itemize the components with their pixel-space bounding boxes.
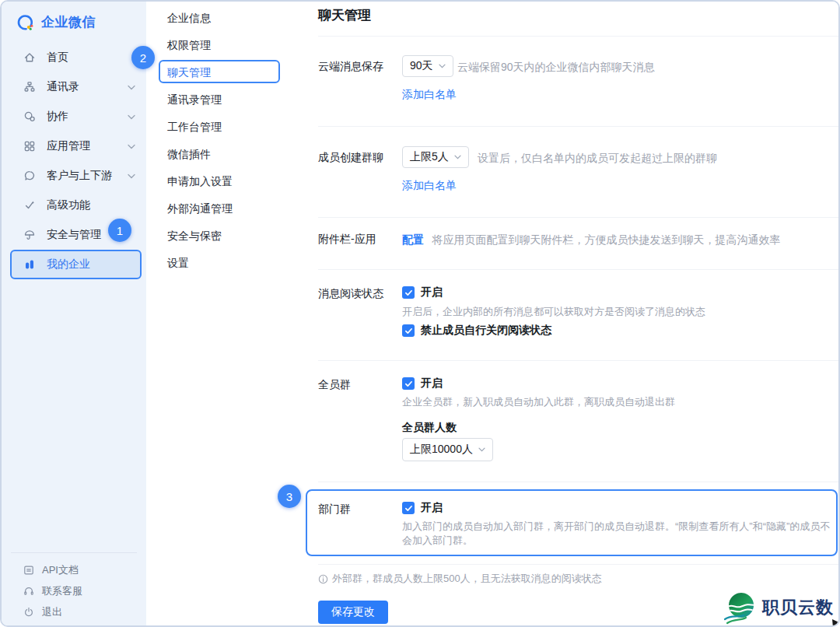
contacts-icon bbox=[23, 81, 36, 93]
sidebar-item-app-management[interactable]: 应用管理 bbox=[2, 131, 146, 161]
submenu-item-chat-management[interactable]: 聊天管理 bbox=[146, 59, 305, 86]
sidebar-item-label: 协作 bbox=[47, 110, 68, 124]
all-staff-toggle-label: 开启 bbox=[421, 377, 443, 391]
sidebar-item-collaboration[interactable]: 协作 bbox=[2, 102, 146, 131]
watermark: 职贝云数 bbox=[723, 590, 834, 625]
checkbox-checked-icon[interactable] bbox=[402, 502, 415, 514]
divider bbox=[318, 360, 838, 361]
external-group-footnote: 外部群，群成员人数上限500人，且无法获取消息的阅读状态 bbox=[332, 572, 602, 586]
divider bbox=[318, 564, 838, 565]
all-staff-checkbox-row[interactable]: 开启 bbox=[402, 377, 443, 391]
divider bbox=[318, 126, 838, 127]
submenu-item-workbench[interactable]: 工作台管理 bbox=[146, 114, 305, 141]
chevron-down-icon bbox=[454, 155, 461, 159]
cloud-save-value: 90天 bbox=[410, 59, 433, 73]
sidebar-item-label: 客户与上下游 bbox=[47, 169, 112, 183]
read-status-sub-toggle-label: 禁止成员自行关闭阅读状态 bbox=[421, 324, 551, 338]
save-button[interactable]: 保存更改 bbox=[318, 601, 388, 624]
sidebar-item-label: 通讯录 bbox=[47, 80, 79, 94]
department-group-toggle-label: 开启 bbox=[421, 501, 443, 515]
divider bbox=[318, 217, 838, 218]
submenu-item-contacts-management[interactable]: 通讯录管理 bbox=[146, 86, 305, 114]
read-status-sub-checkbox-row[interactable]: 禁止成员自行关闭阅读状态 bbox=[402, 324, 551, 338]
sidebar-item-api-docs[interactable]: API文档 bbox=[2, 559, 146, 580]
api-doc-icon bbox=[23, 565, 34, 576]
all-staff-count-value: 上限10000人 bbox=[410, 443, 473, 457]
submenu-item-security-privacy[interactable]: 安全与保密 bbox=[146, 222, 305, 250]
chevron-down-icon bbox=[478, 447, 485, 452]
advanced-icon bbox=[23, 199, 36, 212]
annotation-badge-2: 2 bbox=[131, 46, 155, 69]
cloud-save-select[interactable]: 90天 bbox=[402, 55, 453, 77]
cloud-save-desc: 云端保留90天内的企业微信内部聊天消息 bbox=[457, 61, 655, 75]
annotation-badge-1: 1 bbox=[108, 219, 131, 242]
member-group-desc: 设置后，仅白名单内的成员可发起超过上限的群聊 bbox=[478, 152, 717, 166]
cloud-save-label: 云端消息保存 bbox=[318, 60, 383, 74]
wecom-logo-icon bbox=[16, 12, 36, 33]
sidebar-item-label: 首页 bbox=[47, 51, 68, 65]
cloud-save-whitelist-link[interactable]: 添加白名单 bbox=[402, 88, 457, 102]
checkbox-checked-icon[interactable] bbox=[402, 324, 415, 337]
chevron-down-icon bbox=[128, 85, 135, 90]
security-icon bbox=[23, 229, 36, 241]
submenu-item-company-info[interactable]: 企业信息 bbox=[146, 5, 305, 32]
sidebar-item-my-company[interactable]: 我的企业 bbox=[10, 250, 142, 279]
all-staff-desc: 企业全员群，新入职成员自动加入此群，离职成员自动退出群 bbox=[402, 395, 675, 409]
divider bbox=[318, 36, 838, 37]
divider bbox=[318, 269, 838, 270]
checkbox-checked-icon[interactable] bbox=[402, 377, 415, 390]
sidebar-item-contact-support[interactable]: 联系客服 bbox=[2, 580, 146, 601]
member-group-value: 上限5人 bbox=[410, 150, 449, 164]
read-status-label: 消息阅读状态 bbox=[318, 287, 383, 301]
sidebar-item-customers[interactable]: 客户与上下游 bbox=[2, 161, 146, 191]
collab-icon bbox=[23, 110, 36, 123]
divider bbox=[318, 482, 838, 482]
logout-icon bbox=[23, 607, 34, 618]
brand-logo: 企业微信 bbox=[2, 2, 146, 43]
apps-icon bbox=[23, 140, 36, 152]
chevron-down-icon bbox=[128, 144, 135, 149]
department-group-checkbox-row[interactable]: 开启 bbox=[402, 501, 443, 515]
sidebar-item-label: 我的企业 bbox=[47, 257, 90, 271]
watermark-text: 职贝云数 bbox=[762, 596, 834, 619]
submenu-item-settings[interactable]: 设置 bbox=[146, 250, 305, 277]
app-window: 企业微信 首页 通讯录 bbox=[0, 0, 840, 627]
annotation-badge-3: 3 bbox=[278, 485, 301, 508]
chevron-down-icon bbox=[128, 173, 135, 179]
sidebar-item-logout[interactable]: 退出 bbox=[2, 601, 146, 622]
submenu-item-join-settings[interactable]: 申请加入设置 bbox=[146, 168, 305, 195]
all-staff-count-select[interactable]: 上限10000人 bbox=[402, 438, 493, 461]
department-group-label: 部门群 bbox=[318, 503, 351, 517]
footer-item-label: 联系客服 bbox=[42, 584, 82, 598]
sidebar-item-label: 高级功能 bbox=[47, 198, 90, 212]
sidebar-item-advanced[interactable]: 高级功能 bbox=[2, 191, 146, 220]
all-staff-label: 全员群 bbox=[318, 378, 351, 392]
brand-name: 企业微信 bbox=[41, 13, 96, 31]
info-icon bbox=[318, 574, 328, 584]
read-status-desc: 开启后，企业内部的所有消息都可以获取对方是否阅读了消息的状态 bbox=[402, 305, 705, 319]
mouse-cursor bbox=[832, 619, 840, 627]
department-group-desc: 加入部门的成员自动加入部门群，离开部门的成员自动退群。“限制查看所有人”和“隐藏… bbox=[402, 520, 838, 548]
checkbox-checked-icon[interactable] bbox=[402, 286, 415, 299]
member-group-label: 成员创建群聊 bbox=[318, 151, 383, 165]
sidebar-item-label: 安全与管理 bbox=[47, 228, 101, 242]
sidebar-item-home[interactable]: 首页 bbox=[2, 43, 146, 72]
sidebar-item-contacts[interactable]: 通讯录 bbox=[2, 72, 146, 102]
chevron-down-icon bbox=[439, 64, 446, 68]
footer-item-label: API文档 bbox=[42, 563, 79, 577]
sidebar-footer: API文档 联系客服 退出 bbox=[2, 552, 146, 622]
submenu-item-permission[interactable]: 权限管理 bbox=[146, 32, 305, 59]
support-icon bbox=[23, 586, 34, 597]
read-status-toggle-label: 开启 bbox=[421, 285, 443, 299]
watermark-logo-icon bbox=[723, 590, 759, 625]
all-staff-count-label: 全员群人数 bbox=[402, 421, 457, 435]
read-status-checkbox-row[interactable]: 开启 bbox=[402, 285, 443, 299]
member-group-select[interactable]: 上限5人 bbox=[402, 146, 469, 168]
main-content: 聊天管理 云端消息保存 90天 云端保留90天内的企业微信内部聊天消息 添加白名… bbox=[305, 2, 838, 625]
member-group-whitelist-link[interactable]: 添加白名单 bbox=[402, 179, 457, 193]
submenu-item-wechat-plugin[interactable]: 微信插件 bbox=[146, 141, 305, 168]
submenu-item-external-comm[interactable]: 外部沟通管理 bbox=[146, 195, 305, 222]
attachment-configure-link[interactable]: 配置 bbox=[402, 233, 424, 246]
company-icon bbox=[23, 258, 36, 271]
home-icon bbox=[23, 51, 36, 64]
